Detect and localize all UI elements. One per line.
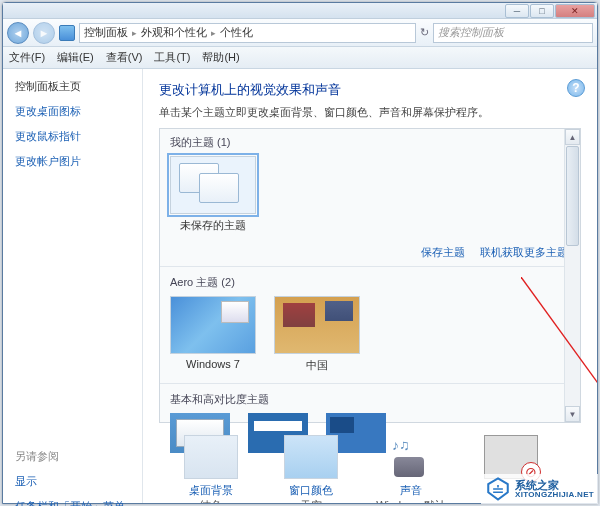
sidebar-see-also-head: 另请参阅 xyxy=(15,449,130,464)
crumb-appearance[interactable]: 外观和个性化 xyxy=(141,25,207,40)
sidebar-link-display[interactable]: 显示 xyxy=(15,474,130,489)
page-title: 更改计算机上的视觉效果和声音 xyxy=(159,81,581,99)
page-subtitle: 单击某个主题立即更改桌面背景、窗口颜色、声音和屏幕保护程序。 xyxy=(159,105,581,120)
maximize-button[interactable]: □ xyxy=(530,4,554,18)
watermark-logo-icon xyxy=(485,476,511,502)
menu-view[interactable]: 查看(V) xyxy=(106,50,143,65)
setting-value: 纯色 xyxy=(175,498,247,503)
setting-value: Windows 默认 xyxy=(375,498,447,503)
theme-unsaved[interactable]: 未保存的主题 xyxy=(170,156,256,233)
sidebar-head: 控制面板主页 xyxy=(15,79,130,94)
scroll-thumb[interactable] xyxy=(566,146,579,246)
theme-label: 中国 xyxy=(274,358,360,373)
menu-help[interactable]: 帮助(H) xyxy=(202,50,239,65)
back-button[interactable]: ◄ xyxy=(7,22,29,44)
screensaver-icon xyxy=(484,435,538,479)
crumb-personalization[interactable]: 个性化 xyxy=(220,25,253,40)
theme-label: Windows 7 xyxy=(170,358,256,370)
link-more-themes[interactable]: 联机获取更多主题 xyxy=(480,246,568,258)
menu-tools[interactable]: 工具(T) xyxy=(154,50,190,65)
scrollbar[interactable]: ▲ ▼ xyxy=(564,129,580,422)
sound-icon xyxy=(384,435,438,479)
setting-desktop-background[interactable]: 桌面背景 纯色 xyxy=(175,435,247,503)
sidebar-link-taskbar[interactable]: 任务栏和「开始」菜单 xyxy=(15,499,130,506)
crumb-sep-icon: ▸ xyxy=(211,28,216,38)
sidebar-link-mouse-pointer[interactable]: 更改鼠标指针 xyxy=(15,129,130,144)
sidebar: 控制面板主页 更改桌面图标 更改鼠标指针 更改帐户图片 另请参阅 显示 任务栏和… xyxy=(3,69,143,503)
control-panel-icon[interactable] xyxy=(59,25,75,41)
scroll-down-button[interactable]: ▼ xyxy=(565,406,580,422)
watermark-text-cn: 系统之家 xyxy=(515,479,594,491)
refresh-icon[interactable]: ↻ xyxy=(420,26,429,39)
menu-file[interactable]: 文件(F) xyxy=(9,50,45,65)
breadcrumb[interactable]: 控制面板 ▸ 外观和个性化 ▸ 个性化 xyxy=(79,23,416,43)
sidebar-link-desktop-icons[interactable]: 更改桌面图标 xyxy=(15,104,130,119)
window-color-icon xyxy=(284,435,338,479)
minimize-button[interactable]: ─ xyxy=(505,4,529,18)
crumb-sep-icon: ▸ xyxy=(132,28,137,38)
sidebar-link-account-picture[interactable]: 更改帐户图片 xyxy=(15,154,130,169)
watermark-text-en: XITONGZHIJIA.NET xyxy=(515,491,594,500)
desktop-bg-icon xyxy=(184,435,238,479)
help-icon[interactable]: ? xyxy=(567,79,585,97)
crumb-control-panel[interactable]: 控制面板 xyxy=(84,25,128,40)
scroll-up-button[interactable]: ▲ xyxy=(565,129,580,145)
navbar: ◄ ► 控制面板 ▸ 外观和个性化 ▸ 个性化 ↻ 搜索控制面板 xyxy=(3,19,597,47)
setting-window-color[interactable]: 窗口颜色 天空 xyxy=(275,435,347,503)
setting-label: 桌面背景 xyxy=(175,483,247,498)
setting-value: 天空 xyxy=(275,498,347,503)
section-my-themes: 我的主题 (1) xyxy=(160,129,580,152)
setting-label: 窗口颜色 xyxy=(275,483,347,498)
section-hc-themes: 基本和高对比度主题 xyxy=(160,386,580,409)
watermark: 系统之家 XITONGZHIJIA.NET xyxy=(481,474,598,504)
theme-label: 未保存的主题 xyxy=(170,218,256,233)
menubar: 文件(F) 编辑(E) 查看(V) 工具(T) 帮助(H) xyxy=(3,47,597,69)
search-input[interactable]: 搜索控制面板 xyxy=(433,23,593,43)
setting-label: 声音 xyxy=(375,483,447,498)
theme-list: 我的主题 (1) 未保存的主题 保存主题 联机获取更多主题 Aero 主题 (2… xyxy=(159,128,581,423)
section-aero-themes: Aero 主题 (2) xyxy=(160,269,580,292)
menu-edit[interactable]: 编辑(E) xyxy=(57,50,94,65)
theme-china[interactable]: 中国 xyxy=(274,296,360,373)
titlebar: ─ □ ✕ xyxy=(3,3,597,19)
setting-sound[interactable]: 声音 Windows 默认 xyxy=(375,435,447,503)
main-panel: ? 更改计算机上的视觉效果和声音 单击某个主题立即更改桌面背景、窗口颜色、声音和… xyxy=(143,69,597,503)
theme-windows7[interactable]: Windows 7 xyxy=(170,296,256,373)
forward-button: ► xyxy=(33,22,55,44)
close-button[interactable]: ✕ xyxy=(555,4,595,18)
link-save-theme[interactable]: 保存主题 xyxy=(421,246,465,258)
